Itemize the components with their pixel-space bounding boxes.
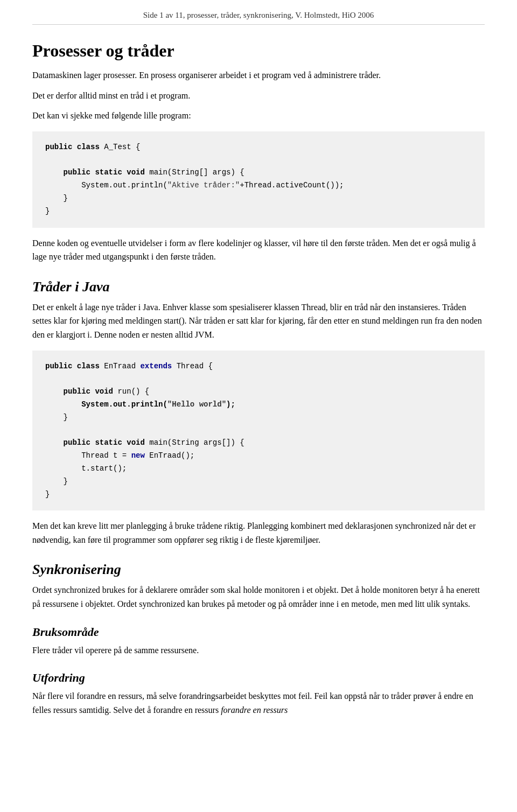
header-text: Side 1 av 11, prosesser, tråder, synkron… [143, 11, 374, 19]
intro-p3: Det kan vi sjekke med følgende lille pro… [32, 109, 485, 123]
subsection-utfordring-title: Utfordring [32, 671, 485, 685]
code-block-2: public class EnTraad extends Thread { pu… [32, 351, 485, 511]
utfordring-p1: Når flere vil forandre en ressurs, må se… [32, 689, 485, 717]
code-block-1: public class A_Test { public static void… [32, 131, 485, 228]
intro-p1: Datamaskinen lager prosesser. En prosess… [32, 68, 485, 82]
synk-p1: Ordet synchronized brukes for å deklarer… [32, 583, 485, 611]
page-container: Side 1 av 11, prosesser, tråder, synkron… [0, 0, 517, 745]
section-synkronisering-title: Synkronisering [32, 562, 485, 578]
page-header: Side 1 av 11, prosesser, tråder, synkron… [32, 11, 485, 25]
section-traader-title: Tråder i Java [32, 279, 485, 295]
main-title: Prosesser og tråder [32, 41, 485, 61]
subsection-bruksomrade-title: Bruksområde [32, 625, 485, 639]
traader-p1: Det er enkelt å lage nye tråder i Java. … [32, 300, 485, 342]
after-code1-p1: Denne koden og eventuelle utvidelser i f… [32, 236, 485, 264]
intro-p2: Det er derfor alltid minst en tråd i et … [32, 89, 485, 103]
bruksomrade-p1: Flere tråder vil operere på de samme res… [32, 643, 485, 657]
after-code2-p1: Men det kan kreve litt mer planlegging å… [32, 519, 485, 547]
